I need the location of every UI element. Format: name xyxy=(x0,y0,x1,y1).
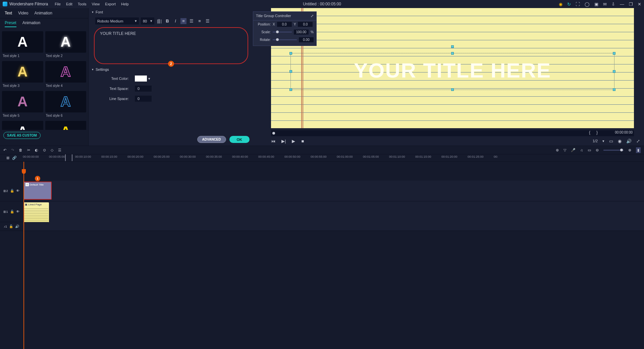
tgc-rotate-input[interactable] xyxy=(299,37,314,42)
align-right-button[interactable]: ≡ xyxy=(197,18,203,24)
split-button[interactable]: ✂ xyxy=(27,148,30,152)
handle-mr[interactable] xyxy=(613,70,615,73)
menu-file[interactable]: File xyxy=(55,2,61,6)
snapshot-icon[interactable]: ◉ xyxy=(618,139,622,144)
line-space-input[interactable]: 0 xyxy=(135,96,152,102)
align-center-button[interactable]: ☰ xyxy=(189,18,195,24)
save-icon[interactable]: ▣ xyxy=(594,2,598,7)
marker-icon[interactable]: ▽ xyxy=(564,148,566,152)
account-icon[interactable]: ◯ xyxy=(585,2,590,7)
chevron-down-icon[interactable]: ▾ xyxy=(602,139,604,143)
close-icon[interactable]: ✕ xyxy=(638,2,641,7)
handle-br[interactable] xyxy=(613,88,615,91)
tgc-y-input[interactable] xyxy=(298,22,313,27)
ok-button[interactable]: OK xyxy=(229,136,250,143)
font-size-select[interactable]: 80▾ xyxy=(141,17,154,24)
hint-icon[interactable]: ◉ xyxy=(559,2,562,7)
advanced-button[interactable]: ADVANCED xyxy=(197,136,226,143)
lock-icon[interactable]: 🔓 xyxy=(10,210,14,213)
selection-box[interactable] xyxy=(290,53,614,90)
eye-icon[interactable]: 👁 xyxy=(16,189,19,193)
prev-frame-button[interactable]: ⏮ xyxy=(271,139,275,144)
color-button[interactable]: ◇ xyxy=(51,148,53,152)
font-section-header[interactable]: Font xyxy=(89,8,254,16)
render-icon[interactable]: ⊛ xyxy=(556,148,559,152)
spacing-icon[interactable]: |‖| xyxy=(156,18,162,24)
handle-ml[interactable] xyxy=(289,70,292,73)
lock-icon[interactable]: 🔓 xyxy=(9,225,13,228)
speed-button[interactable]: ⊙ xyxy=(43,148,46,152)
preset-8[interactable]: A xyxy=(45,121,87,130)
align-justify-button[interactable]: ☰ xyxy=(205,18,211,24)
menu-tools[interactable]: Tools xyxy=(78,2,87,6)
handle-bm[interactable] xyxy=(451,88,454,91)
text-space-input[interactable]: 0 xyxy=(135,86,152,92)
tgc-x-input[interactable] xyxy=(277,22,292,27)
adjust-button[interactable]: ☰ xyxy=(58,148,61,152)
delete-button[interactable]: 🗑 xyxy=(19,148,22,152)
eye-icon[interactable]: 👁 xyxy=(16,210,19,213)
preset-6[interactable]: AText style 6 xyxy=(45,91,87,119)
handle-bl[interactable] xyxy=(289,88,292,91)
play-button[interactable]: ▶ xyxy=(292,139,295,144)
preset-1[interactable]: AText style 1 xyxy=(2,31,43,59)
tgc-collapse-icon[interactable]: ⤢ xyxy=(311,14,314,18)
subtab-preset[interactable]: Preset xyxy=(5,20,16,27)
preset-2[interactable]: AText style 2 xyxy=(45,31,87,59)
audio-icon[interactable]: 🔊 xyxy=(626,139,632,144)
save-as-custom-button[interactable]: SAVE AS CUSTOM xyxy=(3,132,41,139)
audio-mix-icon[interactable]: ♫ xyxy=(580,148,583,152)
handle-rotate[interactable] xyxy=(451,45,454,48)
zoom-out-button[interactable]: ⊖ xyxy=(596,148,599,152)
tgc-scale-input[interactable] xyxy=(294,30,309,35)
align-left-button[interactable]: ≡ xyxy=(180,18,186,24)
menu-edit[interactable]: Edit xyxy=(66,2,72,6)
lock-icon[interactable]: 🔓 xyxy=(10,189,14,193)
playhead[interactable] xyxy=(23,162,24,349)
menu-help[interactable]: Help xyxy=(121,2,129,6)
zoom-ratio[interactable]: 1/2 xyxy=(593,139,598,143)
refresh-icon[interactable]: ↻ xyxy=(567,2,571,7)
tab-video[interactable]: Video xyxy=(18,11,28,15)
clip-default-title[interactable]: Default Title xyxy=(23,182,52,200)
track-manage-icon[interactable]: ⊞ xyxy=(6,156,9,160)
timeline-ruler[interactable]: 00:00:00:0000:00:05:0000:00:10:0000:00:1… xyxy=(23,154,644,161)
preset-5[interactable]: AText style 5 xyxy=(2,91,43,119)
handle-tl[interactable] xyxy=(289,52,292,55)
step-back-button[interactable]: ▶| xyxy=(281,139,286,144)
undo-button[interactable]: ↶ xyxy=(3,148,6,152)
subtab-animation[interactable]: Animation xyxy=(22,20,40,27)
fullscreen-icon[interactable]: ⤢ xyxy=(636,139,640,144)
font-family-select[interactable]: Roboto Medium▾ xyxy=(95,17,139,24)
video-preview[interactable]: YOUR TITLE HERE xyxy=(271,8,634,128)
tab-text[interactable]: Text xyxy=(5,11,12,15)
preset-4[interactable]: AText style 4 xyxy=(45,61,87,89)
tgc-scale-slider[interactable] xyxy=(273,32,292,33)
mail-icon[interactable]: ✉ xyxy=(603,2,607,7)
stop-button[interactable]: ■ xyxy=(301,139,304,144)
italic-button[interactable]: I xyxy=(172,18,178,24)
tgc-rotate-slider[interactable] xyxy=(273,39,297,40)
maximize-icon[interactable]: ❐ xyxy=(629,2,633,7)
gift-icon[interactable]: ⛶ xyxy=(576,2,580,7)
redo-button[interactable]: ↷ xyxy=(11,148,14,152)
menu-export[interactable]: Export xyxy=(105,2,116,6)
menu-view[interactable]: View xyxy=(92,2,100,6)
download-icon[interactable]: ⇩ xyxy=(611,2,615,7)
zoom-in-button[interactable]: ⊕ xyxy=(628,148,631,152)
title-text-input[interactable]: YOUR TITLE HERE 2 xyxy=(94,27,248,64)
handle-tr[interactable] xyxy=(613,52,615,55)
voiceover-icon[interactable]: 🎤 xyxy=(571,148,576,152)
text-color-picker[interactable]: ▾ xyxy=(135,76,150,82)
preset-7[interactable]: A xyxy=(2,121,43,130)
sound-icon[interactable]: 🔊 xyxy=(15,225,19,228)
crop-button[interactable]: ◐ xyxy=(35,148,38,152)
bold-button[interactable]: B xyxy=(164,18,170,24)
handle-tm[interactable] xyxy=(451,52,454,55)
display-icon[interactable]: ▭ xyxy=(609,139,613,144)
zoom-slider[interactable] xyxy=(603,150,624,151)
tab-animation[interactable]: Animation xyxy=(35,11,52,15)
preset-3[interactable]: AText style 3 xyxy=(2,61,43,89)
preview-progress-bar[interactable]: {} 00:00:00:00 xyxy=(271,130,634,136)
frame-icon[interactable]: ▭ xyxy=(588,148,591,152)
